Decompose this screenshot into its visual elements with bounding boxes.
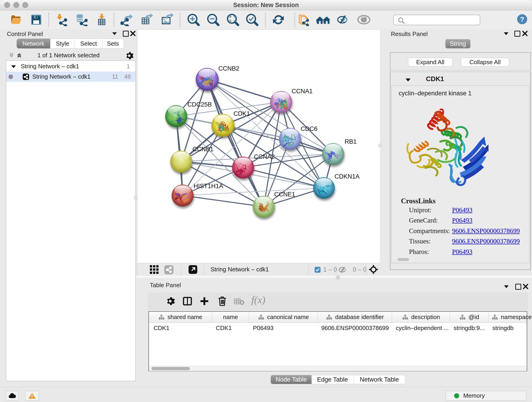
svg-text:CCNB2: CCNB2 <box>218 65 239 72</box>
svg-text:CDC6: CDC6 <box>301 125 317 132</box>
svg-text:CDK1: CDK1 <box>234 110 250 117</box>
svg-text:CCNA1: CCNA1 <box>292 88 313 95</box>
svg-text:CDKN1A: CDKN1A <box>335 173 360 180</box>
svg-text:RB1: RB1 <box>345 138 357 145</box>
svg-text:CCNB1: CCNB1 <box>192 146 214 153</box>
svg-text:CCNA2: CCNA2 <box>254 153 275 160</box>
svg-text:CCNE1: CCNE1 <box>274 191 295 198</box>
svg-text:CDC25B: CDC25B <box>187 101 212 108</box>
svg-text:?: ? <box>520 15 524 23</box>
svg-text:HIST1H1A: HIST1H1A <box>194 183 223 190</box>
